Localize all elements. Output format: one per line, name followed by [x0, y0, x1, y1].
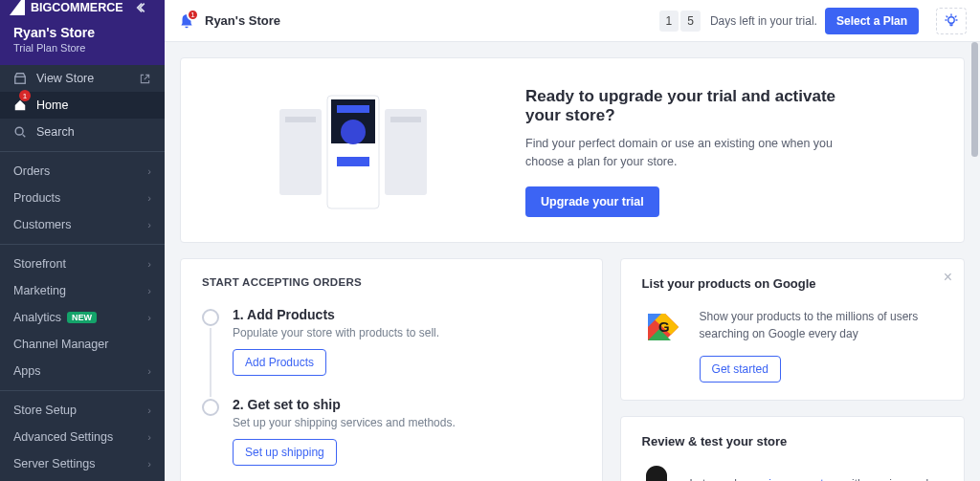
sidebar-item-analytics[interactable]: AnalyticsNEW›	[0, 304, 165, 331]
sidebar-help-block[interactable]: Help› Support PIN: 22511619	[0, 477, 165, 481]
scrollbar[interactable]	[971, 42, 978, 157]
chevron-right-icon: ›	[147, 404, 151, 416]
google-listing-card: × List your products on Google G	[620, 258, 965, 401]
brand-logo-icon	[10, 0, 25, 15]
review-card-title: Review & test your store	[642, 434, 943, 448]
store-icon	[13, 72, 29, 85]
review-test-card: Review & test your store Let people prev…	[620, 416, 965, 482]
step-desc: Set up your shipping services and method…	[233, 416, 456, 429]
preview-store-link[interactable]: preview your store	[746, 477, 840, 482]
hero-card: Ready to upgrade your trial and activate…	[180, 57, 965, 243]
review-card-text: Let people preview your store with previ…	[690, 477, 942, 482]
sidebar-item-server-settings[interactable]: Server Settings›	[0, 450, 165, 477]
google-tag-icon: G	[642, 308, 682, 383]
chevron-right-icon: ›	[147, 165, 151, 177]
sidebar-item-storefront[interactable]: Storefront›	[0, 251, 165, 277]
bell-badge: 1	[187, 9, 199, 21]
svg-rect-0	[15, 77, 26, 83]
section-title: START ACCEPTING ORDERS	[202, 276, 581, 288]
google-get-started-button[interactable]: Get started	[700, 356, 781, 383]
store-info-block: Ryan's Store Trial Plan Store	[0, 15, 165, 65]
svg-point-10	[341, 120, 366, 144]
hero-title: Ready to upgrade your trial and activate…	[525, 87, 851, 125]
google-card-desc: Show your products to the millions of us…	[700, 308, 943, 342]
step-circle-icon	[202, 399, 219, 416]
sidebar-item-customers[interactable]: Customers›	[0, 211, 165, 238]
svg-rect-6	[390, 117, 421, 122]
step-title: 2. Get set to ship	[233, 397, 456, 412]
step-set-up-shipping: 2. Get set to ship Set up your shipping …	[202, 397, 581, 466]
notifications-button[interactable]: 1	[178, 12, 195, 30]
preview-icon	[642, 462, 675, 482]
chevron-right-icon: ›	[147, 219, 151, 230]
chevron-right-icon: ›	[147, 431, 151, 443]
main-area: 1 Ryan's Store 15 Days left in your tria…	[165, 0, 980, 481]
chevron-right-icon: ›	[147, 192, 151, 204]
trial-digit-1: 1	[659, 11, 679, 32]
brand-logo-row: BIGCOMMERCE	[0, 0, 165, 15]
svg-point-2	[948, 16, 954, 22]
external-link-icon	[140, 74, 151, 84]
start-accepting-orders-card: START ACCEPTING ORDERS 1. Add Products P…	[180, 258, 603, 482]
new-badge: NEW	[67, 312, 97, 323]
trial-digit-2: 5	[680, 11, 701, 32]
sidebar-item-channel-manager[interactable]: Channel Manager	[0, 331, 165, 358]
tips-button[interactable]	[936, 8, 967, 34]
chevron-right-icon: ›	[147, 312, 151, 323]
hero-illustration	[219, 90, 487, 214]
select-plan-button[interactable]: Select a Plan	[825, 8, 919, 34]
sidebar-item-apps[interactable]: Apps›	[0, 358, 165, 384]
sidebar-item-marketing[interactable]: Marketing›	[0, 277, 165, 304]
set-up-shipping-button[interactable]: Set up shipping	[233, 439, 337, 466]
sidebar-item-view-store[interactable]: View Store	[0, 65, 165, 92]
sidebar-group-1: Orders› Products› Customers›	[0, 158, 165, 238]
sidebar-item-products[interactable]: Products›	[0, 185, 165, 211]
step-desc: Populate your store with products to sel…	[233, 326, 439, 339]
sidebar-store-name: Ryan's Store	[13, 25, 151, 40]
sidebar-item-store-setup[interactable]: Store Setup›	[0, 397, 165, 424]
svg-rect-11	[337, 157, 369, 166]
chevron-right-icon: ›	[147, 258, 151, 270]
chevron-right-icon: ›	[147, 458, 151, 470]
sidebar-item-advanced-settings[interactable]: Advanced Settings›	[0, 424, 165, 450]
sidebar-item-orders[interactable]: Orders›	[0, 158, 165, 185]
chevron-right-icon: ›	[147, 285, 151, 296]
sidebar-item-search[interactable]: Search	[0, 119, 165, 145]
chevron-right-icon: ›	[147, 365, 151, 377]
sidebar-group-2: Storefront› Marketing› AnalyticsNEW› Cha…	[0, 251, 165, 384]
lightbulb-icon	[944, 13, 959, 29]
trial-status: 15 Days left in your trial. Select a Pla…	[659, 8, 967, 34]
sidebar-label-view-store: View Store	[36, 72, 94, 85]
sidebar-group-3: Store Setup› Advanced Settings› Server S…	[0, 397, 165, 477]
svg-rect-9	[337, 105, 369, 113]
content-scroll[interactable]: Ready to upgrade your trial and activate…	[165, 42, 980, 481]
upgrade-trial-button[interactable]: Upgrade your trial	[525, 186, 659, 217]
close-icon[interactable]: ×	[944, 269, 952, 286]
step-circle-icon	[202, 309, 219, 326]
sidebar-label-search: Search	[36, 125, 75, 139]
sidebar: BIGCOMMERCE Ryan's Store Trial Plan Stor…	[0, 0, 165, 481]
add-products-button[interactable]: Add Products	[233, 349, 326, 376]
topbar: 1 Ryan's Store 15 Days left in your tria…	[165, 0, 980, 42]
search-icon	[13, 125, 29, 139]
sidebar-store-plan: Trial Plan Store	[13, 42, 151, 54]
google-card-title: List your products on Google	[642, 276, 943, 291]
hero-desc: Find your perfect domain or use an exist…	[525, 135, 851, 171]
step-add-products: 1. Add Products Populate your store with…	[202, 307, 581, 376]
svg-rect-4	[285, 117, 316, 122]
step-title: 1. Add Products	[233, 307, 439, 322]
svg-text:G: G	[658, 318, 670, 335]
sidebar-item-home[interactable]: 1 Home	[0, 92, 165, 119]
home-badge: 1	[19, 90, 31, 101]
collapse-sidebar-icon[interactable]	[136, 1, 155, 14]
sidebar-label-home: Home	[36, 98, 68, 112]
svg-point-1	[15, 127, 23, 135]
brand-name: BIGCOMMERCE	[31, 1, 123, 14]
trial-text: Days left in your trial.	[710, 14, 817, 28]
page-title: Ryan's Store	[205, 13, 280, 28]
